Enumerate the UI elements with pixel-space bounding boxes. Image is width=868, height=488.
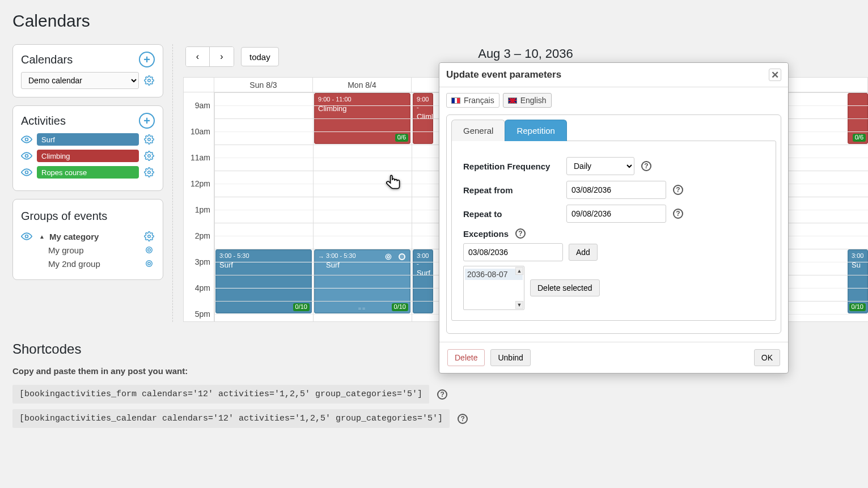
svg-point-0 [148,79,151,82]
help-icon[interactable]: ? [641,161,651,171]
exception-date-input[interactable] [463,243,563,261]
groups-panel: Groups of events ▲ My category My group … [12,199,163,280]
group-name: My group [48,245,84,255]
uk-flag-icon [508,97,517,104]
svg-point-10 [148,262,151,265]
freq-label: Repetition Frequency [463,162,560,171]
add-calendar-button[interactable]: + [139,52,155,67]
activity-settings-icon[interactable] [143,134,155,145]
event-handle-icon[interactable] [399,253,405,260]
activity-row: Surf [21,133,155,146]
calendar-event[interactable]: 3:00 - 5:30Surf0/10 [215,249,312,313]
help-icon[interactable]: ? [437,389,447,400]
prev-button[interactable]: ‹ [186,47,210,66]
help-icon[interactable]: ? [458,414,468,424]
svg-point-1 [26,138,28,141]
shortcode-form[interactable]: [bookingactivities_form calendars='12' a… [12,385,429,404]
group-settings-icon[interactable] [143,244,155,256]
exceptions-list[interactable]: 2036-08-07 ▲ ▼ [463,266,524,310]
freq-select[interactable]: Daily [566,157,634,175]
visibility-toggle-icon[interactable] [21,152,32,160]
hour-label: 11am [190,153,210,162]
group-row[interactable]: My group [48,244,155,256]
to-input[interactable] [566,205,666,223]
help-icon[interactable]: ? [673,209,683,219]
activity-pill-climbing[interactable]: Climbing [37,150,139,162]
help-icon[interactable]: ? [515,228,526,239]
svg-point-2 [148,138,151,141]
resize-handle-icon[interactable]: == [358,305,367,312]
arrow-icon: → [318,253,324,261]
svg-point-8 [148,235,151,238]
day-header: Sun 8/3 [214,78,313,92]
today-button[interactable]: today [241,47,279,66]
from-input[interactable] [566,181,666,199]
tab-general[interactable]: General [451,120,505,141]
hour-label: 10am [190,127,210,136]
event-time: 3:00 - [417,252,429,268]
capacity-badge: 0/6 [395,134,408,142]
visibility-toggle-icon[interactable] [21,135,32,143]
svg-point-6 [148,171,151,174]
event-time: 9:00 - 11:00 [318,96,407,104]
calendars-panel: Calendars + Demo calendar [12,44,163,97]
category-settings-icon[interactable] [143,231,155,242]
hour-label: 3pm [195,257,210,266]
tab-repetition[interactable]: Repetition [505,120,567,141]
calendars-heading: Calendars [21,53,73,66]
from-label: Repeat from [463,185,560,195]
calendar-settings-icon[interactable] [143,75,155,86]
modal-title: Update event parameters [446,69,561,80]
unbind-button[interactable]: Unbind [490,349,530,366]
help-icon[interactable]: ? [673,185,683,195]
exception-item[interactable]: 2036-08-07 [465,269,523,280]
activity-row: Ropes course [21,166,155,179]
day-header: Mon 8/4 [313,78,412,92]
svg-point-3 [26,155,28,158]
visibility-toggle-icon[interactable] [21,232,32,240]
lang-fr-button[interactable]: Français [446,93,499,108]
calendar-event[interactable]: 3:00 - 5:30Surf0/10→== [314,249,410,313]
lang-en-button[interactable]: English [503,93,552,108]
delete-selected-button[interactable]: Delete selected [530,279,600,296]
date-range-title: Aug 3 – 10, 2036 [478,46,573,61]
close-button[interactable]: ✕ [769,69,781,81]
hour-label: 2pm [195,231,210,240]
add-activity-button[interactable]: + [139,113,155,129]
event-time: 3:00 - 5:30 [219,252,308,260]
scroll-down-icon[interactable]: ▼ [515,301,523,309]
calendar-select[interactable]: Demo calendar [21,72,139,89]
svg-point-4 [148,155,151,158]
calendar-event[interactable]: 3:00Su0/10 [848,249,868,313]
event-time: 9:00 - [417,96,429,112]
category-name[interactable]: My category [49,232,99,241]
calendar-event[interactable]: 3:00 -Surf [413,249,433,313]
activity-pill-ropes[interactable]: Ropes course [37,166,139,179]
activity-pill-surf[interactable]: Surf [37,133,139,146]
capacity-badge: 0/10 [392,303,408,311]
sidebar: Calendars + Demo calendar Activities + [0,44,163,322]
shortcode-calendar[interactable]: [bookingactivities_calendar calendars='1… [12,409,450,428]
group-name: My 2nd group [48,259,100,269]
visibility-toggle-icon[interactable] [21,168,32,176]
update-event-modal: Update event parameters ✕ Français Engli… [439,62,789,374]
ok-button[interactable]: OK [754,349,780,366]
capacity-badge: 0/6 [853,134,866,142]
page-title: Calendars [12,11,868,31]
france-flag-icon [451,97,460,104]
group-settings-icon[interactable] [143,258,155,269]
add-exception-button[interactable]: Add [569,244,598,261]
hour-label: 9am [195,101,210,110]
activity-row: Climbing [21,150,155,162]
activity-settings-icon[interactable] [143,167,155,178]
svg-point-11 [387,256,389,258]
group-row[interactable]: My 2nd group [48,258,155,269]
cursor-hand-icon [384,173,404,194]
activity-settings-icon[interactable] [143,150,155,162]
capacity-badge: 0/10 [293,303,310,311]
activities-panel: Activities + Surf Climbing Ropes course [12,105,163,191]
delete-button[interactable]: Delete [447,349,485,366]
caret-icon[interactable]: ▲ [39,234,45,240]
scroll-up-icon[interactable]: ▲ [515,267,523,275]
next-button[interactable]: › [210,47,234,66]
